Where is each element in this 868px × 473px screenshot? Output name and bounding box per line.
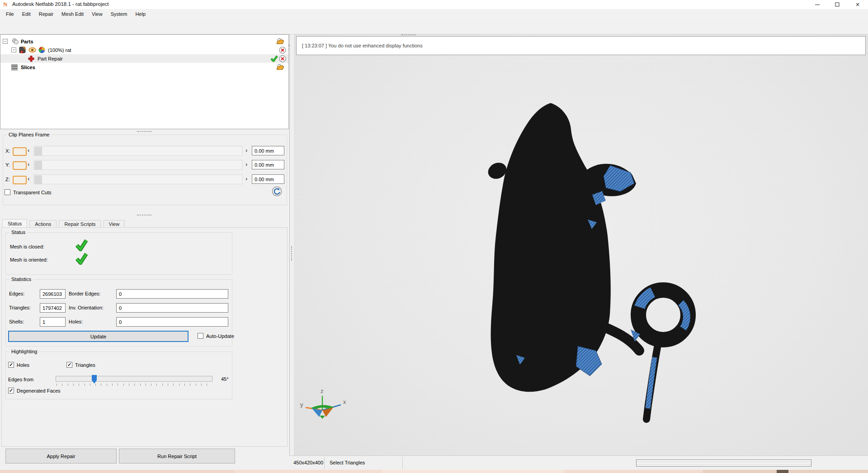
clip-y-value-field[interactable] bbox=[252, 160, 284, 169]
clip-z-slider[interactable] bbox=[33, 174, 242, 184]
tree-rat-label: (100%) rat bbox=[48, 47, 71, 53]
clip-x-plane-button[interactable] bbox=[13, 147, 27, 156]
background-window-strip bbox=[0, 470, 868, 473]
menu-view[interactable]: View bbox=[88, 10, 107, 18]
background-window-detail bbox=[777, 470, 788, 473]
repair-ok-icon bbox=[270, 55, 278, 62]
clip-x-value-field[interactable] bbox=[252, 146, 284, 155]
menu-system[interactable]: System bbox=[107, 10, 132, 18]
clip-y-left-arrow[interactable]: ‹ bbox=[28, 161, 29, 168]
menu-mesh-edit[interactable]: Mesh Edit bbox=[57, 10, 88, 18]
clip-x-slider-thumb[interactable] bbox=[34, 147, 42, 156]
status-bar: 450x420x400 Select Triangles bbox=[289, 455, 868, 470]
clip-z-slider-thumb[interactable] bbox=[34, 175, 42, 184]
menu-bar: File Edit Repair Mesh Edit View System H… bbox=[0, 9, 868, 19]
update-button[interactable]: Update bbox=[8, 331, 189, 342]
clip-z-left-arrow[interactable]: ‹ bbox=[28, 175, 29, 182]
clip-x-label: X: bbox=[5, 148, 10, 154]
splitter-handle[interactable] bbox=[137, 131, 151, 132]
shells-field[interactable] bbox=[40, 317, 66, 327]
status-group: Status bbox=[5, 232, 232, 275]
degenerated-faces-checkbox[interactable]: ✓ bbox=[8, 388, 14, 393]
clip-x-left-arrow[interactable]: ‹ bbox=[28, 147, 29, 154]
clip-x-right-arrow[interactable]: › bbox=[245, 147, 247, 154]
slider-tick-marks bbox=[57, 384, 211, 386]
transparent-cuts-checkbox[interactable] bbox=[5, 189, 10, 195]
collapse-icon[interactable]: − bbox=[11, 47, 16, 52]
x-axis-label: x bbox=[343, 398, 346, 405]
splitter-handle[interactable] bbox=[137, 215, 151, 215]
triangles-checkbox-label: Triangles bbox=[75, 362, 95, 368]
highlighting-group-title: Highlighting bbox=[9, 349, 39, 354]
tree-repair-label: Part Repair bbox=[38, 56, 63, 61]
mesh-closed-check-icon bbox=[75, 239, 88, 251]
parts-tree: − Parts − ! (100%) rat Part Repair Slice… bbox=[0, 34, 289, 129]
minimize-button[interactable] bbox=[807, 0, 827, 9]
clip-y-slider[interactable] bbox=[33, 160, 242, 170]
progress-bar bbox=[636, 459, 811, 467]
part-thumbnail-icon: ! bbox=[19, 47, 26, 54]
tree-row-parts[interactable]: − Parts bbox=[0, 37, 288, 46]
model-dimensions: 450x420x400 bbox=[293, 460, 323, 465]
clip-y-right-arrow[interactable]: › bbox=[245, 161, 247, 168]
menu-edit[interactable]: Edit bbox=[18, 10, 35, 18]
visibility-eye-icon[interactable] bbox=[28, 47, 36, 53]
triangles-checkbox[interactable]: ✓ bbox=[66, 362, 72, 368]
tree-parts-label: Parts bbox=[21, 39, 33, 44]
orientation-axes: z y x bbox=[298, 387, 353, 423]
apply-repair-button[interactable]: Apply Repair bbox=[5, 449, 117, 464]
3d-viewport[interactable]: [ 13:23:07 ] You do not use enhanced dis… bbox=[294, 34, 868, 455]
remove-repair-icon[interactable] bbox=[279, 55, 286, 62]
holes-field[interactable] bbox=[116, 317, 228, 327]
folder-icon[interactable] bbox=[275, 64, 285, 71]
clip-z-label: Z: bbox=[5, 177, 10, 182]
clip-y-slider-thumb[interactable] bbox=[34, 161, 42, 170]
mesh-closed-label: Mesh is closed: bbox=[10, 244, 44, 249]
edges-angle-value: 45° bbox=[221, 376, 229, 382]
tree-row-part-repair[interactable]: Part Repair bbox=[0, 54, 288, 63]
menu-help[interactable]: Help bbox=[131, 10, 150, 18]
edges-angle-slider[interactable] bbox=[56, 376, 212, 382]
slices-icon bbox=[11, 64, 18, 70]
clip-planes-title: Clip Planes Frame bbox=[7, 132, 51, 137]
clip-z-value-field[interactable] bbox=[252, 174, 284, 184]
title-bar: N Autodesk Netfabb 2018.1 - rat.fabbproj… bbox=[0, 0, 868, 9]
color-wheel-icon[interactable] bbox=[38, 47, 45, 53]
maximize-button[interactable] bbox=[827, 0, 847, 9]
run-repair-script-button[interactable]: Run Repair Script bbox=[119, 449, 235, 464]
panel-splitter[interactable] bbox=[289, 34, 294, 455]
holes-checkbox[interactable]: ✓ bbox=[8, 362, 14, 368]
edges-field[interactable] bbox=[40, 289, 66, 299]
auto-update-label: Auto-Update bbox=[206, 333, 234, 339]
edges-from-label: Edges from bbox=[8, 377, 33, 382]
menu-file[interactable]: File bbox=[2, 10, 18, 18]
holes-checkbox-label: Holes bbox=[17, 362, 29, 368]
window-title: Autodesk Netfabb 2018.1 - rat.fabbprojec… bbox=[12, 1, 109, 7]
reset-clip-icon[interactable] bbox=[272, 186, 282, 197]
menu-repair[interactable]: Repair bbox=[35, 10, 57, 18]
border-edges-field[interactable] bbox=[116, 289, 228, 299]
parts-group-icon bbox=[12, 38, 19, 45]
tree-row-slices[interactable]: Slices bbox=[0, 63, 288, 71]
main-toolbar: i bbox=[0, 19, 868, 34]
auto-update-checkbox[interactable] bbox=[198, 333, 203, 339]
clip-y-plane-button[interactable] bbox=[13, 161, 27, 170]
collapse-icon[interactable]: − bbox=[3, 39, 8, 44]
mesh-oriented-label: Mesh is oriented: bbox=[10, 257, 48, 262]
tree-row-rat[interactable]: − ! (100%) rat bbox=[0, 46, 288, 54]
repair-cross-icon bbox=[28, 56, 34, 62]
clip-x-slider[interactable] bbox=[33, 146, 242, 156]
triangles-field[interactable] bbox=[40, 303, 66, 313]
holes-label: Holes: bbox=[69, 319, 83, 324]
transparent-cuts-label: Transparent Cuts bbox=[13, 190, 52, 195]
remove-part-icon[interactable] bbox=[279, 47, 286, 54]
rat-body bbox=[491, 103, 611, 392]
degenerated-faces-label: Degenerated Faces bbox=[17, 388, 61, 393]
tab-status[interactable]: Status bbox=[2, 219, 27, 228]
statistics-group-title: Statistics bbox=[9, 276, 33, 282]
clip-z-plane-button[interactable] bbox=[13, 176, 27, 184]
close-button[interactable]: ✕ bbox=[847, 0, 868, 9]
folder-icon[interactable] bbox=[275, 38, 285, 45]
inv-orientation-field[interactable] bbox=[116, 303, 228, 313]
clip-z-right-arrow[interactable]: › bbox=[245, 175, 247, 182]
